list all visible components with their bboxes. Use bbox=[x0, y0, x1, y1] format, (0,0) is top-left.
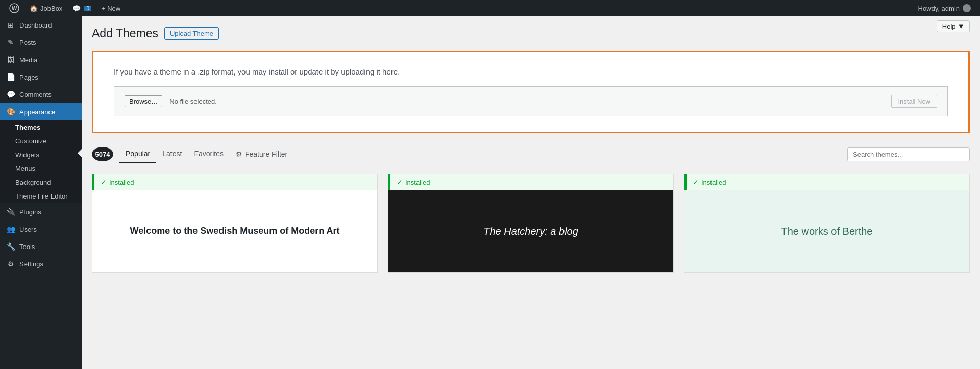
sidebar-item-plugins[interactable]: 🔌 Plugins bbox=[0, 203, 82, 220]
sidebar-item-pages[interactable]: 📄 Pages bbox=[0, 68, 82, 86]
theme-card: ✓ Installed The works of Berthe bbox=[684, 174, 970, 273]
sidebar-item-appearance[interactable]: 🎨 Appearance bbox=[0, 103, 82, 120]
sidebar-item-settings[interactable]: ⚙ Settings bbox=[0, 255, 82, 273]
pages-icon: 📄 bbox=[6, 72, 15, 82]
sidebar-label-plugins: Plugins bbox=[19, 208, 41, 216]
theme-preview-1: Welcome to the Swedish Museum of Modern … bbox=[92, 190, 377, 272]
installed-label-2: Installed bbox=[405, 179, 430, 186]
sidebar-label-tools: Tools bbox=[19, 243, 35, 251]
browse-button[interactable]: Browse… bbox=[125, 95, 162, 107]
submenu-item-background[interactable]: Background bbox=[0, 176, 82, 189]
theme-preview-text-3: The works of Berthe bbox=[771, 214, 883, 249]
sidebar-item-tools[interactable]: 🔧 Tools bbox=[0, 238, 82, 255]
appearance-icon: 🎨 bbox=[6, 107, 15, 116]
sidebar-label-comments: Comments bbox=[19, 91, 52, 99]
page-title-area: Add Themes Upload Theme bbox=[92, 27, 970, 40]
comment-count: 0 bbox=[84, 6, 91, 11]
page-title: Add Themes bbox=[92, 27, 158, 40]
admin-bar: W 🏠 JobBox 💬 0 + New Howdy, admin bbox=[0, 0, 980, 16]
theme-preview-text-2: The Hatchery: a blog bbox=[473, 214, 589, 249]
users-icon: 👥 bbox=[6, 225, 15, 234]
installed-label-1: Installed bbox=[109, 179, 134, 186]
sidebar-item-media[interactable]: 🖼 Media bbox=[0, 51, 82, 68]
sidebar-item-comments[interactable]: 💬 Comments bbox=[0, 86, 82, 103]
theme-card: ✓ Installed The Hatchery: a blog bbox=[388, 174, 674, 273]
svg-text:W: W bbox=[12, 5, 17, 11]
installed-banner-2: ✓ Installed bbox=[388, 174, 673, 190]
site-name: JobBox bbox=[40, 5, 62, 12]
posts-icon: ✎ bbox=[6, 38, 15, 47]
new-content-item[interactable]: + New bbox=[96, 0, 126, 16]
comments-menu-icon: 💬 bbox=[6, 90, 15, 99]
check-icon-3: ✓ bbox=[693, 178, 699, 186]
installed-label-3: Installed bbox=[701, 179, 726, 186]
tab-popular[interactable]: Popular bbox=[119, 145, 156, 163]
howdy-text[interactable]: Howdy, admin bbox=[913, 4, 976, 12]
installed-banner-3: ✓ Installed bbox=[684, 174, 969, 190]
themes-tabs: 5074 Popular Latest Favorites ⚙ Feature … bbox=[92, 145, 970, 163]
theme-card: ✓ Installed Welcome to the Swedish Museu… bbox=[92, 174, 378, 273]
file-upload-row: Browse… No file selected. Install Now bbox=[114, 86, 948, 116]
sidebar-label-settings: Settings bbox=[19, 260, 43, 268]
dashboard-icon: ⊞ bbox=[6, 20, 15, 30]
sidebar-item-posts[interactable]: ✎ Posts bbox=[0, 34, 82, 51]
theme-preview-text-1: Welcome to the Swedish Museum of Modern … bbox=[119, 214, 350, 248]
tools-icon: 🔧 bbox=[6, 242, 15, 251]
tab-favorites[interactable]: Favorites bbox=[188, 145, 230, 163]
submenu-item-widgets[interactable]: Widgets bbox=[0, 148, 82, 162]
sidebar-label-media: Media bbox=[19, 56, 37, 64]
sidebar-label-posts: Posts bbox=[19, 39, 36, 46]
themes-grid: ✓ Installed Welcome to the Swedish Museu… bbox=[92, 174, 970, 273]
help-button[interactable]: Help ▼ bbox=[937, 20, 970, 32]
upload-box-description: If you have a theme in a .zip format, yo… bbox=[114, 67, 948, 76]
comments-item[interactable]: 💬 0 bbox=[67, 0, 96, 16]
feature-filter-tab[interactable]: ⚙ Feature Filter bbox=[230, 146, 293, 162]
media-icon: 🖼 bbox=[6, 55, 15, 64]
theme-preview-3: The works of Berthe bbox=[684, 190, 969, 272]
sidebar-label-users: Users bbox=[19, 226, 37, 233]
comment-icon: 💬 bbox=[72, 5, 81, 12]
sidebar-label-pages: Pages bbox=[19, 73, 38, 81]
submenu-item-customize[interactable]: Customize bbox=[0, 134, 82, 148]
no-file-label: No file selected. bbox=[169, 97, 884, 105]
home-icon: 🏠 bbox=[30, 5, 38, 12]
current-indicator bbox=[78, 149, 82, 157]
installed-banner-1: ✓ Installed bbox=[92, 174, 377, 190]
upload-theme-button[interactable]: Upload Theme bbox=[164, 27, 219, 40]
search-themes-input[interactable] bbox=[847, 147, 970, 161]
main-content: Help ▼ Add Themes Upload Theme If you ha… bbox=[82, 16, 980, 369]
check-icon-2: ✓ bbox=[397, 178, 403, 186]
plugins-icon: 🔌 bbox=[6, 207, 15, 216]
theme-preview-2: The Hatchery: a blog bbox=[388, 190, 673, 272]
new-label: + New bbox=[102, 5, 120, 12]
submenu-item-themes[interactable]: Themes bbox=[0, 120, 82, 134]
check-icon-1: ✓ bbox=[101, 178, 107, 186]
feature-filter-label: Feature Filter bbox=[245, 150, 287, 158]
submenu-item-menus[interactable]: Menus bbox=[0, 162, 82, 176]
submenu-item-theme-file-editor[interactable]: Theme File Editor bbox=[0, 189, 82, 203]
sidebar-item-dashboard[interactable]: ⊞ Dashboard bbox=[0, 16, 82, 34]
admin-menu: ⊞ Dashboard ✎ Posts 🖼 Media 📄 Pages 💬 bbox=[0, 16, 82, 369]
upload-box: If you have a theme in a .zip format, yo… bbox=[92, 51, 970, 133]
gear-icon: ⚙ bbox=[236, 150, 242, 158]
site-name-item[interactable]: 🏠 JobBox bbox=[24, 0, 67, 16]
appearance-submenu: Themes Customize Widgets Menus Backgroun… bbox=[0, 120, 82, 203]
sidebar-item-users[interactable]: 👥 Users bbox=[0, 220, 82, 238]
wp-logo-item[interactable]: W bbox=[4, 0, 24, 16]
tab-latest[interactable]: Latest bbox=[156, 145, 188, 163]
theme-count-badge: 5074 bbox=[92, 147, 113, 161]
avatar bbox=[963, 4, 971, 12]
settings-icon: ⚙ bbox=[6, 259, 15, 268]
install-now-button[interactable]: Install Now bbox=[891, 95, 937, 108]
sidebar-label-appearance: Appearance bbox=[19, 108, 55, 116]
sidebar-label-dashboard: Dashboard bbox=[19, 21, 52, 29]
